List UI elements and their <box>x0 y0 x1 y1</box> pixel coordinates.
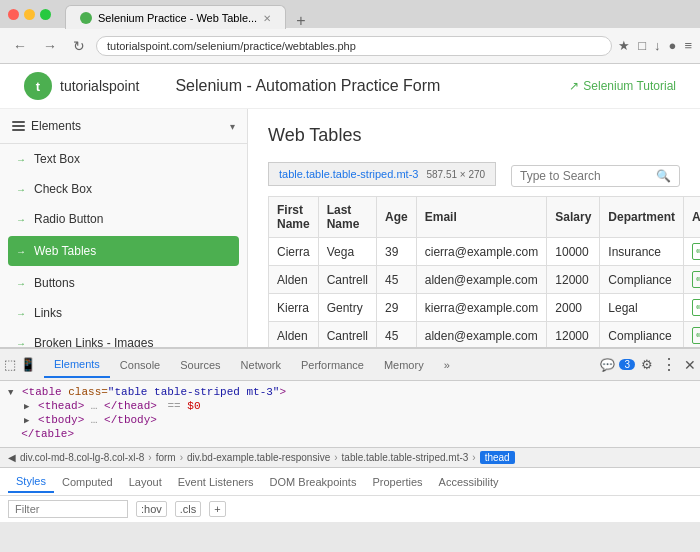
sidebar-item-links[interactable]: → Links <box>0 298 247 328</box>
sidebar-item-label: Web Tables <box>34 244 96 258</box>
tab-accessibility[interactable]: Accessibility <box>431 472 507 492</box>
edit-icon[interactable]: ✏ <box>692 327 700 344</box>
download-icon[interactable]: ↓ <box>654 38 661 53</box>
html-line-3: ▶ <tbody> … </tbody> <box>8 413 692 427</box>
sidebar-item-checkbox[interactable]: → Check Box <box>0 174 247 204</box>
close-devtools-button[interactable]: ✕ <box>684 357 696 373</box>
table-cell-2-4: 2000 <box>547 294 600 322</box>
sidebar-item-webtables[interactable]: → Web Tables <box>8 236 239 266</box>
sidebar-item-radiobutton[interactable]: → Radio Button <box>0 204 247 234</box>
tab-event-listeners[interactable]: Event Listeners <box>170 472 262 492</box>
table-cell-2-1: Gentry <box>318 294 376 322</box>
browser-tab[interactable]: Selenium Practice - Web Table... ✕ <box>65 5 286 29</box>
search-icon[interactable]: 🔍 <box>656 169 671 183</box>
sidebar-item-label: Links <box>34 306 62 320</box>
table-cell-1-4: 12000 <box>547 266 600 294</box>
tab-computed[interactable]: Computed <box>54 472 121 492</box>
sidebar-header-label: Elements <box>31 119 81 133</box>
sidebar-arrow-icon: → <box>16 184 26 195</box>
profile-icon[interactable]: ● <box>669 38 677 53</box>
table-row: AldenCantrell45alden@example.com12000Com… <box>269 266 701 294</box>
breadcrumb-item-thead[interactable]: thead <box>480 451 515 464</box>
inspect-icon[interactable]: ⬚ <box>4 357 16 372</box>
xml-tag-thead: <thead> <box>38 400 84 412</box>
sidebar-arrow-icon: → <box>16 308 26 319</box>
collapse-arrow[interactable]: ▶ <box>24 402 29 412</box>
collapse-arrow[interactable]: ▼ <box>8 388 13 398</box>
tab-elements[interactable]: Elements <box>44 352 110 378</box>
sidebar-arrow-icon: → <box>16 278 26 289</box>
breadcrumb-item-div-bd[interactable]: div.bd-example.table-responsive <box>187 452 330 463</box>
screenshot-icon[interactable]: □ <box>638 38 646 53</box>
html-line-4: </table> <box>8 427 692 441</box>
tab-properties[interactable]: Properties <box>364 472 430 492</box>
traffic-light-green[interactable] <box>40 9 51 20</box>
html-line-2: ▶ <thead> … </thead> == $0 <box>8 399 692 413</box>
tab-performance[interactable]: Performance <box>291 353 374 377</box>
table-cell-3-6: ✏🗑 <box>684 322 701 348</box>
gear-button[interactable]: ⚙ <box>639 355 655 374</box>
breadcrumb-nav-back[interactable]: ◀ <box>8 452 16 463</box>
collapse-arrow[interactable]: ▶ <box>24 416 29 426</box>
hamburger-icon[interactable] <box>12 121 25 131</box>
filter-plus-badge[interactable]: + <box>209 501 225 517</box>
table-cell-3-3: alden@example.com <box>416 322 547 348</box>
tab-close-icon[interactable]: ✕ <box>263 13 271 24</box>
traffic-light-yellow[interactable] <box>24 9 35 20</box>
back-button[interactable]: ← <box>8 36 32 56</box>
tab-console[interactable]: Console <box>110 353 170 377</box>
site-name: tutorialspoint <box>60 78 139 94</box>
table-row: CierraVega39cierra@example.com10000Insur… <box>269 238 701 266</box>
badge: 3 <box>619 359 635 370</box>
tab-memory[interactable]: Memory <box>374 353 434 377</box>
edit-icon[interactable]: ✏ <box>692 243 700 260</box>
table-cell-2-3: kierra@example.com <box>416 294 547 322</box>
col-header-lastname: Last Name <box>318 197 376 238</box>
col-header-department: Department <box>600 197 684 238</box>
xml-tag-table: <table <box>22 386 68 398</box>
bookmark-icon[interactable]: ★ <box>618 38 630 53</box>
filter-input[interactable] <box>8 500 128 518</box>
filter-hov-badge[interactable]: :hov <box>136 501 167 517</box>
search-input[interactable] <box>520 169 650 183</box>
edit-icon[interactable]: ✏ <box>692 271 700 288</box>
tab-network[interactable]: Network <box>231 353 291 377</box>
tutorial-link[interactable]: ↗ Selenium Tutorial <box>569 79 676 93</box>
traffic-light-red[interactable] <box>8 9 19 20</box>
page-content: t tutorialspoint Selenium - Automation P… <box>0 64 700 522</box>
breadcrumb-item-div-col[interactable]: div.col-md-8.col-lg-8.col-xl-8 <box>20 452 144 463</box>
table-cell-2-5: Legal <box>600 294 684 322</box>
sidebar-arrow-icon: → <box>16 154 26 165</box>
filter-cls-badge[interactable]: .cls <box>175 501 202 517</box>
tab-more[interactable]: » <box>434 353 460 377</box>
sidebar-item-brokenlinks[interactable]: → Broken Links - Images <box>0 328 247 347</box>
tab-sources[interactable]: Sources <box>170 353 230 377</box>
breadcrumb-item-form[interactable]: form <box>156 452 176 463</box>
element-selector-text: table.table.table-striped.mt-3 <box>279 168 418 180</box>
main-area: Elements ▾ → Text Box → Check Box → Radi… <box>0 109 700 347</box>
more-button[interactable]: ⋮ <box>659 353 680 376</box>
refresh-button[interactable]: ↻ <box>68 36 90 56</box>
table-cell-0-6: ✏🗑 <box>684 238 701 266</box>
breadcrumb-item-table[interactable]: table.table.table-striped.mt-3 <box>342 452 469 463</box>
sidebar-item-textbox[interactable]: → Text Box <box>0 144 247 174</box>
col-header-firstname: First Name <box>269 197 319 238</box>
new-tab-button[interactable]: + <box>290 13 311 29</box>
tab-layout[interactable]: Layout <box>121 472 170 492</box>
address-input[interactable] <box>96 36 612 56</box>
tab-styles[interactable]: Styles <box>8 471 54 493</box>
col-header-action: Actio <box>684 197 701 238</box>
menu-icon[interactable]: ≡ <box>684 38 692 53</box>
forward-button[interactable]: → <box>38 36 62 56</box>
col-header-age: Age <box>377 197 417 238</box>
table-cell-2-2: 29 <box>377 294 417 322</box>
table-cell-1-2: 45 <box>377 266 417 294</box>
sidebar-item-buttons[interactable]: → Buttons <box>0 268 247 298</box>
edit-icon[interactable]: ✏ <box>692 299 700 316</box>
table-cell-3-2: 45 <box>377 322 417 348</box>
tab-dom-breakpoints[interactable]: DOM Breakpoints <box>262 472 365 492</box>
device-icon[interactable]: 📱 <box>20 357 36 372</box>
sidebar-item-label: Radio Button <box>34 212 103 226</box>
address-bar: ← → ↻ ★ □ ↓ ● ≡ <box>0 28 700 64</box>
traffic-lights <box>8 9 51 20</box>
